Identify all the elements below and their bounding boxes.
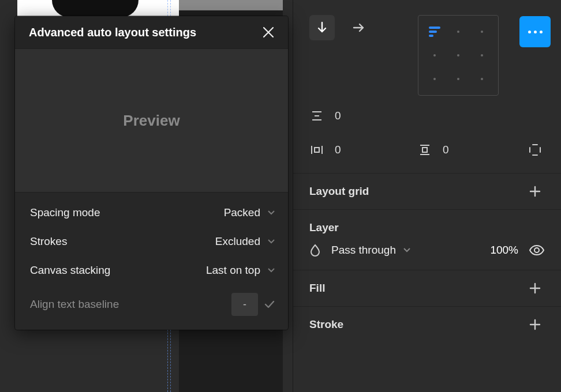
align-top-left[interactable]	[423, 20, 447, 44]
strokes-value: Excluded	[215, 235, 260, 248]
layer-section-body: Pass through 100%	[293, 238, 561, 270]
svg-rect-1	[422, 148, 427, 152]
vertical-gap-value[interactable]: 0	[335, 110, 341, 122]
autolayout-section: 0 0 0	[293, 0, 561, 174]
dialog-title: Advanced auto layout settings	[29, 26, 196, 39]
chevron-down-icon	[267, 267, 275, 273]
spacing-mode-label: Spacing mode	[30, 206, 100, 219]
layer-section-header: Layer	[293, 210, 561, 238]
stroke-section: Stroke	[293, 307, 561, 342]
stroke-title: Stroke	[309, 318, 343, 331]
strokes-row: Strokes Excluded	[30, 235, 275, 248]
svg-point-2	[534, 248, 539, 252]
chevron-down-icon	[267, 239, 275, 244]
strokes-dropdown[interactable]: Excluded	[215, 235, 275, 248]
eye-icon	[529, 244, 545, 256]
autolayout-more-button[interactable]	[519, 16, 551, 47]
align-bottom-center[interactable]	[447, 67, 470, 91]
align-middle-right[interactable]	[470, 44, 493, 67]
add-fill-button[interactable]	[529, 282, 545, 295]
align-text-baseline-label: Align text baseline	[30, 298, 119, 311]
layer-title: Layer	[309, 221, 339, 234]
chevron-down-icon	[403, 247, 411, 253]
close-icon	[261, 25, 275, 39]
direction-vertical-button[interactable]	[309, 15, 335, 40]
arrow-right-icon	[352, 22, 366, 33]
independent-padding-button[interactable]	[525, 140, 545, 160]
align-middle-left[interactable]	[423, 44, 447, 67]
spacing-mode-dropdown[interactable]: Packed	[224, 206, 275, 219]
plus-icon	[529, 185, 541, 198]
preview-label: Preview	[123, 112, 179, 130]
close-button[interactable]	[261, 25, 275, 39]
canvas-stacking-label: Canvas stacking	[30, 264, 110, 277]
canvas-stacking-value: Last on top	[206, 264, 260, 277]
horizontal-padding-value[interactable]: 0	[335, 144, 341, 156]
fill-title: Fill	[309, 282, 325, 295]
align-text-baseline-check[interactable]	[264, 300, 275, 309]
add-stroke-button[interactable]	[529, 318, 545, 331]
horizontal-padding-icon	[309, 144, 324, 156]
plus-icon	[529, 282, 541, 295]
independent-sides-icon	[528, 143, 542, 157]
spacing-mode-value: Packed	[224, 206, 260, 219]
blend-mode-value: Pass through	[331, 244, 396, 257]
layout-grid-title: Layout grid	[309, 185, 369, 198]
alignment-grid[interactable]	[418, 15, 499, 96]
strokes-label: Strokes	[30, 235, 67, 248]
vertical-gap-icon	[309, 110, 324, 122]
preview-area: Preview	[15, 48, 288, 193]
inspector-panel: 0 0 0 Layout grid	[293, 0, 561, 392]
arrow-down-icon	[316, 21, 328, 34]
layout-grid-section: Layout grid	[293, 174, 561, 210]
add-layout-grid-button[interactable]	[529, 185, 545, 198]
align-text-baseline-value: -	[243, 299, 246, 311]
align-top-center[interactable]	[447, 20, 470, 44]
align-text-baseline-toggle[interactable]: -	[231, 293, 258, 316]
fill-section: Fill	[293, 270, 561, 307]
align-bottom-left[interactable]	[423, 67, 447, 91]
visibility-toggle[interactable]	[529, 244, 545, 256]
align-bottom-right[interactable]	[470, 67, 493, 91]
align-middle-center[interactable]	[447, 44, 470, 67]
advanced-autolayout-dialog: Advanced auto layout settings Preview Sp…	[15, 16, 288, 330]
blend-mode-icon	[309, 243, 321, 257]
blend-mode-dropdown[interactable]: Pass through	[331, 244, 411, 257]
chevron-down-icon	[267, 210, 275, 216]
direction-horizontal-button[interactable]	[346, 15, 372, 40]
align-top-right[interactable]	[470, 20, 493, 44]
plus-icon	[529, 318, 541, 331]
vertical-padding-icon	[417, 144, 432, 156]
check-icon	[264, 300, 275, 309]
canvas-stacking-dropdown[interactable]: Last on top	[206, 264, 275, 277]
opacity-value[interactable]: 100%	[490, 244, 518, 257]
vertical-padding-value[interactable]: 0	[443, 144, 449, 156]
align-text-baseline-row: Align text baseline -	[30, 293, 275, 316]
canvas-stacking-row: Canvas stacking Last on top	[30, 264, 275, 277]
dialog-header: Advanced auto layout settings	[15, 16, 288, 48]
svg-rect-0	[315, 148, 319, 152]
spacing-mode-row: Spacing mode Packed	[30, 206, 275, 219]
